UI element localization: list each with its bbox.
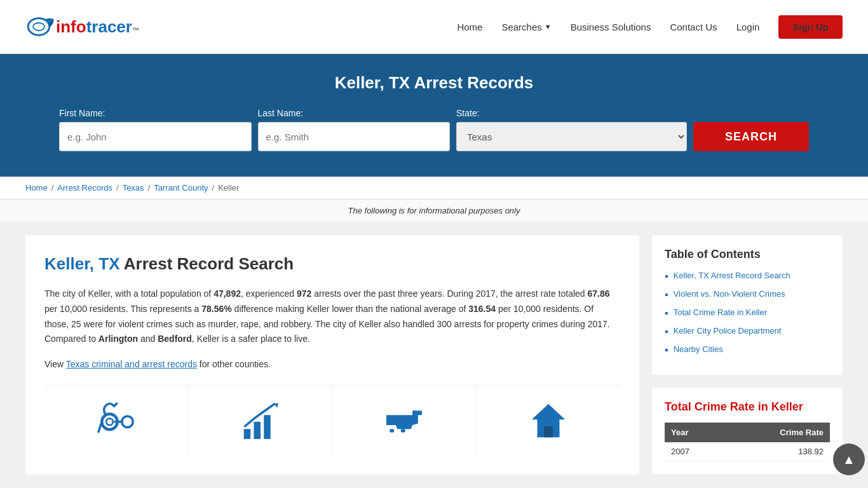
scroll-to-top-button[interactable]: ▲ — [833, 444, 865, 475]
toc-link-2[interactable]: Violent vs. Non-Violent Crimes — [674, 288, 785, 300]
crime-rate-box: Total Crime Rate in Keller Year Crime Ra… — [652, 388, 843, 474]
nav: Home Searches ▼ Business Solutions Conta… — [457, 15, 843, 39]
toc-item-3: Total Crime Rate in Keller — [665, 307, 830, 319]
search-button[interactable]: SEARCH — [693, 122, 809, 151]
state-select[interactable]: Texas — [456, 122, 687, 151]
breadcrumb-tarrant-county[interactable]: Tarrant County — [154, 183, 208, 193]
property-icon — [526, 398, 571, 443]
crime-rate-icon — [238, 398, 283, 443]
arrests-value: 972 — [297, 288, 311, 299]
population-value: 47,892 — [214, 288, 241, 299]
national-value: 316.54 — [468, 304, 496, 314]
toc-link-5[interactable]: Nearby Cities — [674, 344, 723, 355]
rate-value: 67.86 — [588, 288, 610, 299]
toc-link-1[interactable]: Keller, TX Arrest Record Search — [674, 270, 790, 281]
toc-title: Table of Contents — [665, 248, 830, 261]
bedford-value: Bedford — [158, 334, 192, 344]
logo-text-red: info — [56, 17, 86, 37]
breadcrumb-keller: Keller — [218, 183, 239, 193]
first-name-input[interactable] — [59, 122, 252, 151]
toc-link-3[interactable]: Total Crime Rate in Keller — [674, 307, 767, 318]
content-paragraph-1: The city of Keller, with a total populat… — [44, 287, 620, 347]
row-rate: 138.92 — [723, 442, 830, 461]
toc-item-2: Violent vs. Non-Violent Crimes — [665, 288, 830, 301]
nav-home[interactable]: Home — [457, 22, 482, 32]
svg-point-1 — [33, 23, 44, 30]
table-row: 2007 138.92 — [665, 442, 830, 461]
row-year: 2007 — [665, 442, 723, 461]
logo-tm: ™ — [132, 26, 139, 34]
main-layout: Keller, TX Arrest Record Search The city… — [0, 222, 868, 487]
logo: info tracer ™ — [25, 11, 139, 42]
logo-icon — [25, 11, 56, 42]
svg-rect-9 — [264, 415, 271, 439]
search-form: First Name: Last Name: State: Texas SEAR… — [59, 108, 809, 151]
handcuffs-cell — [44, 386, 189, 456]
gun-icon — [382, 398, 426, 443]
svg-rect-14 — [544, 426, 553, 438]
chevron-down-icon: ▼ — [545, 23, 552, 30]
icons-row — [44, 385, 620, 456]
last-name-label: Last Name: — [258, 108, 451, 118]
breadcrumb-sep-2: / — [116, 183, 119, 193]
last-name-input[interactable] — [258, 122, 451, 151]
svg-rect-12 — [401, 429, 405, 432]
svg-point-5 — [122, 416, 133, 428]
crime-rate-cell — [189, 386, 333, 456]
nav-contact-us[interactable]: Contact Us — [670, 22, 717, 32]
state-group: State: Texas — [456, 108, 687, 151]
svg-rect-8 — [254, 422, 261, 439]
paragraph2-prefix: View — [44, 359, 66, 369]
heading-rest: Arrest Record Search — [120, 254, 294, 273]
content-paragraph-2: View Texas criminal and arrest records f… — [44, 357, 620, 372]
gun-cell — [333, 386, 477, 456]
toc-item-4: Keller City Police Department — [665, 325, 830, 337]
svg-line-6 — [98, 422, 102, 432]
handcuffs-icon — [94, 398, 139, 443]
last-name-group: Last Name: — [258, 108, 451, 151]
breadcrumb-sep-3: / — [148, 183, 151, 193]
toc-item-1: Keller, TX Arrest Record Search — [665, 270, 830, 282]
breadcrumb-sep-1: / — [51, 183, 54, 193]
crime-table: Year Crime Rate 2007 138.92 — [665, 423, 830, 461]
toc-link-4[interactable]: Keller City Police Department — [674, 325, 782, 337]
state-label: State: — [456, 108, 687, 118]
content-heading: Keller, TX Arrest Record Search — [44, 254, 620, 274]
sidebar: Table of Contents Keller, TX Arrest Reco… — [652, 235, 843, 475]
col-rate: Crime Rate — [723, 423, 830, 442]
toc-box: Table of Contents Keller, TX Arrest Reco… — [652, 235, 843, 375]
toc-list: Keller, TX Arrest Record Search Violent … — [665, 270, 830, 356]
paragraph2-suffix: for other counties. — [197, 359, 271, 369]
property-cell — [477, 386, 620, 456]
chevron-up-icon: ▲ — [843, 452, 855, 467]
first-name-label: First Name: — [59, 108, 252, 118]
nav-login[interactable]: Login — [736, 22, 760, 32]
header: info tracer ™ Home Searches ▼ Business S… — [0, 0, 868, 54]
hero-section: Keller, TX Arrest Records First Name: La… — [0, 54, 868, 177]
info-bar: The following is for informational purpo… — [0, 200, 868, 222]
toc-item-5: Nearby Cities — [665, 344, 830, 356]
diff-value: 78.56% — [201, 304, 231, 314]
nav-searches-group[interactable]: Searches ▼ — [501, 22, 551, 32]
heading-blue: Keller, TX — [44, 254, 120, 273]
col-year: Year — [665, 423, 723, 442]
first-name-group: First Name: — [59, 108, 252, 151]
logo-text-blue: tracer — [86, 17, 132, 37]
breadcrumb-home[interactable]: Home — [25, 183, 48, 193]
crime-rate-title: Total Crime Rate in Keller — [665, 400, 830, 414]
svg-rect-7 — [243, 429, 250, 439]
svg-point-3 — [106, 418, 113, 425]
breadcrumb-texas[interactable]: Texas — [123, 183, 144, 193]
nav-searches[interactable]: Searches — [501, 22, 541, 32]
svg-line-4 — [114, 403, 117, 406]
arlington-value: Arlington — [98, 334, 138, 344]
breadcrumb: Home / Arrest Records / Texas / Tarrant … — [0, 177, 868, 200]
content-area: Keller, TX Arrest Record Search The city… — [25, 235, 639, 475]
breadcrumb-sep-4: / — [212, 183, 215, 193]
nav-signup[interactable]: Sign Up — [778, 15, 843, 39]
breadcrumb-arrest-records[interactable]: Arrest Records — [57, 183, 112, 193]
svg-rect-11 — [390, 429, 395, 432]
texas-records-link[interactable]: Texas criminal and arrest records — [66, 359, 197, 369]
nav-business-solutions[interactable]: Business Solutions — [571, 22, 651, 32]
hero-title: Keller, TX Arrest Records — [25, 73, 843, 93]
